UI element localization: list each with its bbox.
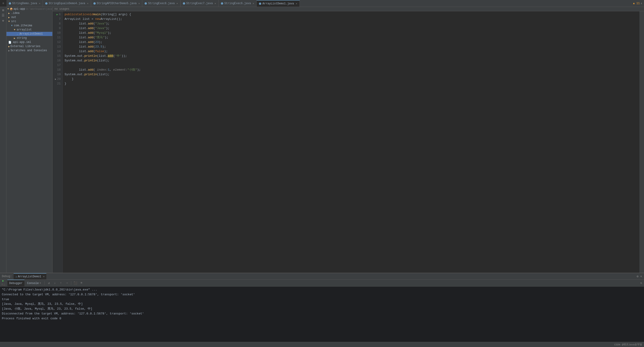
tree-item-arraylistdemo1[interactable]: ☕ArrayListDemo1 [6, 32, 52, 36]
menu-icon[interactable]: ≡ [0, 0, 6, 7]
tab-bar: ≡ StringDemo.java✕StringEqualsDemo4.java… [0, 0, 644, 7]
line-num-10: 10 [54, 31, 61, 35]
line-num-9: 9 [54, 26, 61, 31]
statusbar: CSDN @明月Java全宇宙 [0, 342, 644, 347]
step-into-btn[interactable]: ↓ [52, 280, 58, 286]
tab-close-btn[interactable]: ✕ [253, 2, 254, 5]
code-line-20[interactable]: } [64, 77, 638, 82]
line-num-12: 12 [54, 40, 61, 45]
line-num-7: 7 [54, 17, 61, 22]
code-line-21[interactable]: } [64, 82, 638, 86]
step-over-btn[interactable]: ↺ [46, 280, 52, 286]
tab-java-icon [94, 2, 96, 5]
tab-close-btn[interactable]: ✕ [176, 2, 178, 5]
run-marker[interactable]: ▶ [56, 13, 58, 16]
tab-stringexec7[interactable]: StringExec7.java✕ [180, 0, 218, 7]
main-area: ⊞ ☰ ⬙ ▼ 📦 api-app D:\Workspace\javaW ▶.i… [0, 7, 644, 273]
step-out-btn[interactable]: ↑ [58, 280, 64, 286]
tree-item-string[interactable]: ▶string [6, 36, 52, 40]
tree-item-arraylist[interactable]: ▼arraylist [6, 28, 52, 32]
tree-scratches[interactable]: ▶ Scratches and Consoles [6, 49, 52, 53]
debug-settings-icon[interactable]: ⚙ ⇱ [636, 274, 643, 278]
close-tab-icon[interactable]: ✕ [43, 275, 45, 278]
tab-close-btn[interactable]: ✕ [39, 2, 40, 5]
line-num-8: 8 [54, 22, 61, 26]
console-tab[interactable]: Console ≡ [25, 280, 43, 286]
code-line-15[interactable]: System.out.println(list.add('中')); [64, 54, 638, 58]
tree-item-api-app-iml[interactable]: 📄api-app.iml [6, 40, 52, 44]
console-line-4: [Java, 小陈, Java, Mysql, 黑马, 23, 23.5, fa… [2, 307, 642, 311]
tab-close-btn[interactable]: ✕ [138, 2, 140, 5]
tree-item-src[interactable]: ▼src [6, 19, 52, 24]
code-line-11[interactable]: list.add("黑马"); [64, 35, 638, 40]
tree-expand-icon: ▶ [14, 37, 16, 40]
tree-item--idea[interactable]: ▶.idea [6, 11, 52, 15]
tab-close-btn[interactable]: ✕ [215, 2, 216, 5]
line-num-16: 16 [54, 58, 61, 63]
tab-stringequalsdemo4[interactable]: StringEqualsDemo4.java✕ [43, 0, 91, 7]
tab-stringapiotherdemo5[interactable]: StringAPIOtherDemo5.java✕ [91, 0, 142, 7]
tab-label: StringEqualsDemo4.java [49, 2, 85, 5]
debugger-tab[interactable]: Debugger [8, 280, 24, 286]
line-num-15: 15 [54, 54, 61, 58]
tree-item-out[interactable]: ▶out [6, 15, 52, 19]
tab-close-btn[interactable]: ✕ [87, 2, 88, 5]
tab-label: ArrayListDemo1.java [262, 2, 294, 5]
code-line-16[interactable]: System.out.println(list); [64, 58, 638, 63]
console-output: "C:\Program Files\Java\jdk1.8.0_201\bin\… [0, 286, 644, 342]
code-line-13[interactable]: list.add(23.5); [64, 45, 638, 49]
java-tab-icon: ☕ [16, 275, 17, 278]
mute-breakpoints-btn[interactable]: ≡ [79, 280, 84, 286]
code-line-10[interactable]: list.add("Mysql"); [64, 31, 638, 35]
tab-stringdemo[interactable]: StringDemo.java✕ [6, 0, 43, 7]
tab-java-icon [45, 2, 48, 5]
code-line-12[interactable]: list.add(23); [64, 40, 638, 45]
debug-resume-icon[interactable]: ▶ [1, 278, 6, 283]
code-line-9[interactable]: list.add("Java"); [64, 26, 638, 31]
tree-label: com.itheima [14, 24, 32, 27]
code-line-18[interactable]: list.add( index: 1, element: "小陈"); [64, 68, 638, 72]
console-right-icon[interactable]: ⇱ [640, 281, 643, 285]
tree-root[interactable]: ▼ 📦 api-app D:\Workspace\javaW [6, 7, 52, 11]
code-content[interactable]: public static void main(String[] args) {… [63, 11, 640, 273]
breakpoint-marker[interactable]: ◆ [55, 78, 56, 81]
code-line-17[interactable] [64, 63, 638, 68]
no-usages-label: no usages [54, 8, 70, 11]
code-line-19[interactable]: System.out.println(list); [64, 72, 638, 77]
bottom-panel: Debug: ☕ ArrayListDemo1 ✕ ⚙ ⇱ ▶ ⬛ Debugg… [0, 273, 644, 342]
debug-tab-bar: Debug: ☕ ArrayListDemo1 ✕ ⚙ ⇱ [0, 273, 644, 280]
tree-item-com-itheima[interactable]: ▼com.itheima [6, 24, 52, 28]
stop-btn[interactable]: ⬛ [73, 280, 78, 286]
right-gutter [640, 11, 644, 273]
tab-stringexec6[interactable]: StringExec6.java✕ [218, 0, 257, 7]
tree-expand-icon: ▶ [8, 16, 10, 19]
tree-items: ▶.idea▶out▼src▼com.itheima▼arraylist☕Arr… [6, 11, 52, 44]
tab-arraylistdemo1[interactable]: ArrayListDemo1.java✕ [257, 0, 300, 7]
sidebar-icons: ⊞ ☰ ⬙ [0, 7, 6, 273]
code-line-14[interactable]: list.add(false); [64, 49, 638, 54]
bookmark-icon[interactable]: ⬙ [1, 18, 6, 23]
no-usages-bar: no usages [52, 7, 644, 11]
tab-label: StringDemo.java [12, 2, 37, 5]
tree-label: arraylist [17, 28, 32, 31]
scratches-icon: ▶ [8, 49, 10, 52]
structure-icon[interactable]: ☰ [1, 13, 6, 18]
run-to-cursor-btn[interactable]: → [64, 280, 70, 286]
tab-close-btn[interactable]: ✕ [296, 2, 297, 5]
tab-java-icon [183, 2, 185, 5]
warning-badge[interactable]: ▲ 11 ∧ [633, 2, 644, 5]
tab-label: StringAPIOtherDemo5.java [97, 2, 137, 5]
file-tree: ▼ 📦 api-app D:\Workspace\javaW ▶.idea▶ou… [6, 7, 52, 273]
code-container[interactable]: ▶678910111213141516171819◆2021 public st… [52, 11, 644, 273]
tab-stringexec8[interactable]: StringExec8.java✕ [142, 0, 180, 7]
console-line-3: [Java, Java, Mysql, 黑马, 23, 23.5, false,… [2, 302, 642, 307]
tree-external-libraries[interactable]: ▶ External Libraries [6, 44, 52, 49]
folder-icon: ▼ [8, 8, 9, 10]
project-icon[interactable]: ⊞ [1, 8, 6, 13]
code-line-6[interactable]: public static void main(String[] args) { [64, 12, 638, 17]
debug-tab-arraylist[interactable]: ☕ ArrayListDemo1 ✕ [14, 273, 46, 279]
code-line-7[interactable]: ArrayList list = new ArrayList(); [64, 17, 638, 22]
debug-toolbar: ▶ ⬛ Debugger Console ≡ ↺ ↓ ↑ → ⬛ ≡ ⇱ [0, 280, 644, 286]
tree-expand-icon: ▼ [11, 24, 13, 27]
code-line-8[interactable]: list.add("Java"); [64, 22, 638, 26]
